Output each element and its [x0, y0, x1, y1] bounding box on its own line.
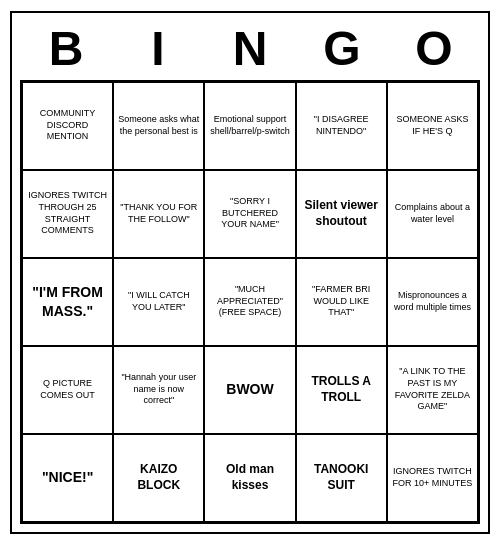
- bingo-cell-17[interactable]: BWOW: [204, 346, 295, 434]
- bingo-cell-6[interactable]: "THANK YOU FOR THE FOLLOW": [113, 170, 204, 258]
- bingo-cell-1[interactable]: Someone asks what the personal best is: [113, 82, 204, 170]
- bingo-cell-11[interactable]: "I WILL CATCH YOU LATER": [113, 258, 204, 346]
- bingo-cell-3[interactable]: "I DISAGREE NINTENDO": [296, 82, 387, 170]
- bingo-cell-8[interactable]: Silent viewer shoutout: [296, 170, 387, 258]
- bingo-card: B I N G O COMMUNITY DISCORD MENTIONSomeo…: [10, 11, 490, 534]
- title-i: I: [114, 21, 202, 76]
- bingo-cell-12[interactable]: "MUCH APPRECIATED" (FREE SPACE): [204, 258, 295, 346]
- bingo-cell-21[interactable]: KAIZO BLOCK: [113, 434, 204, 522]
- bingo-title: B I N G O: [20, 21, 480, 76]
- bingo-cell-5[interactable]: IGNORES TWITCH THROUGH 25 STRAIGHT COMME…: [22, 170, 113, 258]
- bingo-cell-20[interactable]: "NICE!": [22, 434, 113, 522]
- bingo-cell-0[interactable]: COMMUNITY DISCORD MENTION: [22, 82, 113, 170]
- bingo-cell-13[interactable]: "FARMER BRI WOULD LIKE THAT": [296, 258, 387, 346]
- bingo-cell-22[interactable]: Old man kisses: [204, 434, 295, 522]
- bingo-cell-9[interactable]: Complains about a water level: [387, 170, 478, 258]
- bingo-cell-24[interactable]: IGNORES TWITCH FOR 10+ MINUTES: [387, 434, 478, 522]
- title-g: G: [298, 21, 386, 76]
- bingo-cell-16[interactable]: "Hannah your user name is now correct": [113, 346, 204, 434]
- bingo-cell-23[interactable]: TANOOKI SUIT: [296, 434, 387, 522]
- title-o: O: [390, 21, 478, 76]
- title-n: N: [206, 21, 294, 76]
- bingo-cell-15[interactable]: Q PICTURE COMES OUT: [22, 346, 113, 434]
- bingo-cell-4[interactable]: SOMEONE ASKS IF HE'S Q: [387, 82, 478, 170]
- bingo-cell-14[interactable]: Mispronounces a word multiple times: [387, 258, 478, 346]
- bingo-cell-10[interactable]: "I'M FROM MASS.": [22, 258, 113, 346]
- bingo-cell-2[interactable]: Emotional support shell/barrel/p-switch: [204, 82, 295, 170]
- title-b: B: [22, 21, 110, 76]
- bingo-cell-19[interactable]: "A LINK TO THE PAST IS MY FAVORITE ZELDA…: [387, 346, 478, 434]
- bingo-cell-18[interactable]: TROLLS A TROLL: [296, 346, 387, 434]
- bingo-grid: COMMUNITY DISCORD MENTIONSomeone asks wh…: [20, 80, 480, 524]
- bingo-cell-7[interactable]: "SORRY I BUTCHERED YOUR NAME": [204, 170, 295, 258]
